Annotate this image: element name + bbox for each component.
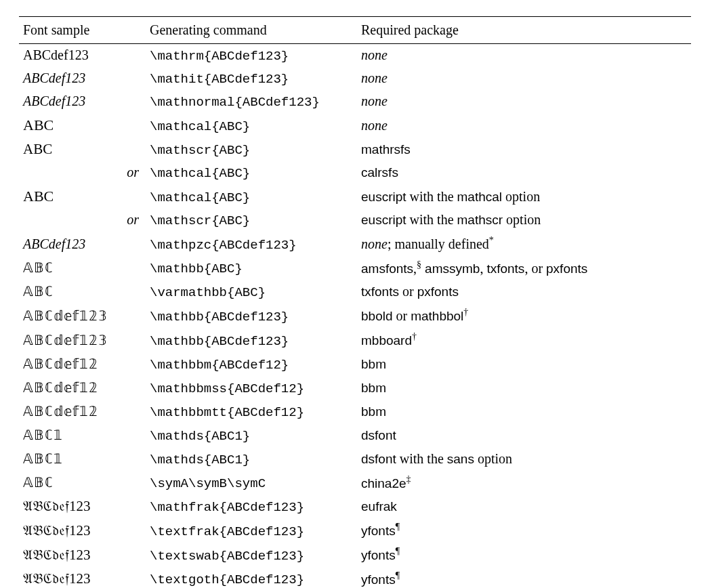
generating-command: \textswab{ABCdef123} bbox=[146, 543, 357, 567]
required-package: mathrsfs bbox=[357, 138, 691, 161]
generating-command: \mathbbm{ABCdef12} bbox=[146, 352, 357, 376]
generating-command: \mathscr{ABC} bbox=[146, 138, 357, 161]
font-sample: 𝔸𝔹ℂ bbox=[19, 280, 146, 303]
generating-command: \mathscr{ABC} bbox=[146, 209, 357, 232]
font-sample: ABC bbox=[19, 138, 146, 161]
generating-command: \mathcal{ABC} bbox=[146, 113, 357, 138]
header-sample: Font sample bbox=[19, 17, 146, 44]
table-row: 𝔄𝔅ℭ𝔡𝔢𝔣123\textfrak{ABCdef123}yfonts¶ bbox=[19, 518, 691, 543]
required-package: txfonts or pxfonts bbox=[357, 280, 691, 303]
font-sample: 𝔄𝔅ℭ𝔡𝔢𝔣123 bbox=[19, 495, 146, 518]
generating-command: \textfrak{ABCdef123} bbox=[146, 518, 357, 543]
font-sample: 𝔸𝔹ℂ𝕕𝕖𝕗𝟙𝟚 bbox=[19, 352, 146, 376]
font-sample: 𝔸𝔹ℂ𝟙 bbox=[19, 447, 146, 471]
required-package: mbboard† bbox=[357, 328, 691, 352]
table-row: ABCdef123\mathit{ABCdef123}none bbox=[19, 67, 691, 90]
generating-command: \mathpzc{ABCdef123} bbox=[146, 232, 357, 256]
required-package: euscript with the mathscr option bbox=[357, 209, 691, 232]
required-package: bbm bbox=[357, 400, 691, 423]
table-row: or\mathscr{ABC}euscript with the mathscr… bbox=[19, 209, 691, 232]
font-sample: ABC bbox=[19, 184, 146, 209]
required-package: none bbox=[357, 90, 691, 113]
table-body: ABCdef123\mathrm{ABCdef123}noneABCdef123… bbox=[19, 44, 691, 589]
table-row: ABCdef123\mathnormal{ABCdef123}none bbox=[19, 90, 691, 113]
font-sample: ABCdef123 bbox=[19, 90, 146, 113]
font-sample: 𝔸𝔹ℂ bbox=[19, 256, 146, 280]
font-sample: 𝔸𝔹ℂ bbox=[19, 471, 146, 495]
required-package: bbold or mathbbol† bbox=[357, 303, 691, 328]
table-row: ABC\mathcal{ABC}none bbox=[19, 113, 691, 138]
required-package: eufrak bbox=[357, 495, 691, 518]
generating-command: \mathnormal{ABCdef123} bbox=[146, 90, 357, 113]
required-package: none bbox=[357, 67, 691, 90]
required-package: none bbox=[357, 44, 691, 68]
table-row: ABC\mathscr{ABC}mathrsfs bbox=[19, 138, 691, 161]
header-package: Required package bbox=[357, 17, 691, 44]
font-sample: ABCdef123 bbox=[19, 67, 146, 90]
table-row: 𝔸𝔹ℂ\mathbb{ABC}amsfonts,§ amssymb, txfon… bbox=[19, 256, 691, 280]
font-sample: 𝔸𝔹ℂ𝕕𝕖𝕗𝟙𝟚 bbox=[19, 400, 146, 423]
generating-command: \symA\symB\symC bbox=[146, 471, 357, 495]
table-row: ABCdef123\mathrm{ABCdef123}none bbox=[19, 44, 691, 68]
font-sample: 𝔸𝔹ℂ𝟙 bbox=[19, 423, 146, 447]
generating-command: \mathfrak{ABCdef123} bbox=[146, 495, 357, 518]
math-alphabets-table: Font sample Generating command Required … bbox=[19, 16, 691, 588]
generating-command: \mathds{ABC1} bbox=[146, 423, 357, 447]
font-sample: 𝔄𝔅ℭ𝔡𝔢𝔣123 bbox=[19, 543, 146, 567]
table-row: 𝔄𝔅ℭ𝔡𝔢𝔣123\mathfrak{ABCdef123}eufrak bbox=[19, 495, 691, 518]
font-sample: ABCdef123 bbox=[19, 44, 146, 68]
generating-command: \varmathbb{ABC} bbox=[146, 280, 357, 303]
table-row: ABC\mathcal{ABC}euscript with the mathca… bbox=[19, 184, 691, 209]
font-sample: ABC bbox=[19, 113, 146, 138]
generating-command: \mathcal{ABC} bbox=[146, 184, 357, 209]
footnote-mark: ¶ bbox=[396, 522, 400, 532]
required-package: china2e‡ bbox=[357, 471, 691, 495]
table-row: 𝔸𝔹ℂ𝕕𝕖𝕗𝟙𝟚\mathbbmss{ABCdef12}bbm bbox=[19, 376, 691, 400]
required-package: none; manually defined* bbox=[357, 232, 691, 256]
required-package: bbm bbox=[357, 376, 691, 400]
table-row: ABCdef123\mathpzc{ABCdef123}none; manual… bbox=[19, 232, 691, 256]
font-sample: 𝔸𝔹ℂ𝕕𝕖𝕗𝟙𝟚 bbox=[19, 376, 146, 400]
table-row: 𝔸𝔹ℂ\symA\symB\symCchina2e‡ bbox=[19, 471, 691, 495]
required-package: yfonts¶ bbox=[357, 518, 691, 543]
font-sample: 𝔄𝔅ℭ𝔡𝔢𝔣123 bbox=[19, 518, 146, 543]
or-label: or bbox=[19, 209, 146, 232]
table-row: 𝔸𝔹ℂ\varmathbb{ABC}txfonts or pxfonts bbox=[19, 280, 691, 303]
footnote-mark: † bbox=[412, 331, 417, 341]
table-row: 𝔄𝔅ℭ𝔡𝔢𝔣123\textgoth{ABCdef123}yfonts¶ bbox=[19, 567, 691, 588]
table-row: 𝔸𝔹ℂ𝕕𝕖𝕗𝟙𝟚\mathbbm{ABCdef12}bbm bbox=[19, 352, 691, 376]
header-row: Font sample Generating command Required … bbox=[19, 17, 691, 44]
footnote-mark: † bbox=[463, 307, 468, 317]
table-row: 𝔸𝔹ℂ𝕕𝕖𝕗𝟙𝟚𝟛\mathbb{ABCdef123}mbboard† bbox=[19, 328, 691, 352]
generating-command: \mathbb{ABC} bbox=[146, 256, 357, 280]
required-package: none bbox=[357, 113, 691, 138]
generating-command: \mathrm{ABCdef123} bbox=[146, 44, 357, 68]
font-sample: ABCdef123 bbox=[19, 232, 146, 256]
header-command: Generating command bbox=[146, 17, 357, 44]
required-package: euscript with the mathcal option bbox=[357, 184, 691, 209]
font-sample: 𝔸𝔹ℂ𝕕𝕖𝕗𝟙𝟚𝟛 bbox=[19, 303, 146, 328]
generating-command: \mathbbmtt{ABCdef12} bbox=[146, 400, 357, 423]
footnote-mark: ‡ bbox=[406, 474, 411, 484]
table-row: or\mathcal{ABC}calrsfs bbox=[19, 161, 691, 184]
generating-command: \mathcal{ABC} bbox=[146, 161, 357, 184]
footnote-mark: ¶ bbox=[396, 546, 400, 556]
generating-command: \mathbb{ABCdef123} bbox=[146, 303, 357, 328]
font-sample: 𝔄𝔅ℭ𝔡𝔢𝔣123 bbox=[19, 567, 146, 588]
table-row: 𝔸𝔹ℂ𝕕𝕖𝕗𝟙𝟚\mathbbmtt{ABCdef12}bbm bbox=[19, 400, 691, 423]
table-row: 𝔸𝔹ℂ𝟙\mathds{ABC1}dsfont bbox=[19, 423, 691, 447]
footnote-mark: ¶ bbox=[396, 570, 400, 581]
generating-command: \mathit{ABCdef123} bbox=[146, 67, 357, 90]
generating-command: \textgoth{ABCdef123} bbox=[146, 567, 357, 588]
required-package: calrsfs bbox=[357, 161, 691, 184]
required-package: bbm bbox=[357, 352, 691, 376]
or-label: or bbox=[19, 161, 146, 184]
generating-command: \mathds{ABC1} bbox=[146, 447, 357, 471]
footnote-mark: * bbox=[489, 235, 494, 245]
generating-command: \mathbb{ABCdef123} bbox=[146, 328, 357, 352]
generating-command: \mathbbmss{ABCdef12} bbox=[146, 376, 357, 400]
required-package: dsfont with the sans option bbox=[357, 447, 691, 471]
required-package: dsfont bbox=[357, 423, 691, 447]
required-package: yfonts¶ bbox=[357, 543, 691, 567]
required-package: amsfonts,§ amssymb, txfonts, or pxfonts bbox=[357, 256, 691, 280]
